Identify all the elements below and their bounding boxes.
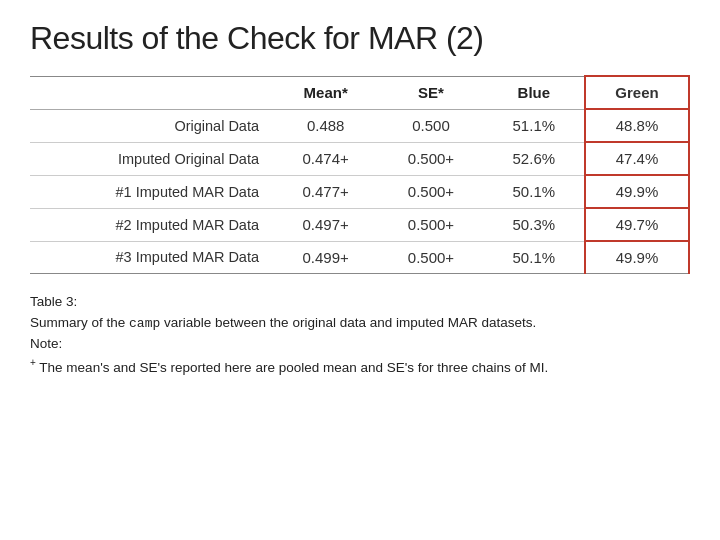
col-header-empty bbox=[30, 76, 273, 109]
table-row: Imputed Original Data 0.474+ 0.500+ 52.6… bbox=[30, 142, 689, 175]
results-table: Mean* SE* Blue Green Original Data 0.488… bbox=[30, 75, 690, 274]
row-se-imputed-original: 0.500+ bbox=[378, 142, 483, 175]
table-row: #3 Imputed MAR Data 0.499+ 0.500+ 50.1% … bbox=[30, 241, 689, 274]
row-se-mar2: 0.500+ bbox=[378, 208, 483, 241]
row-mean-original: 0.488 bbox=[273, 109, 378, 142]
row-label-mar1: #1 Imputed MAR Data bbox=[30, 175, 273, 208]
row-se-mar3: 0.500+ bbox=[378, 241, 483, 274]
row-blue-original: 51.1% bbox=[484, 109, 585, 142]
row-mean-imputed-original: 0.474+ bbox=[273, 142, 378, 175]
row-label-mar2: #2 Imputed MAR Data bbox=[30, 208, 273, 241]
row-blue-mar3: 50.1% bbox=[484, 241, 585, 274]
caption-variable: camp bbox=[129, 316, 160, 331]
row-green-mar2: 49.7% bbox=[585, 208, 689, 241]
table-caption: Table 3: Summary of the camp variable be… bbox=[30, 292, 690, 378]
table-header-row: Mean* SE* Blue Green bbox=[30, 76, 689, 109]
table-row: #1 Imputed MAR Data 0.477+ 0.500+ 50.1% … bbox=[30, 175, 689, 208]
row-se-original: 0.500 bbox=[378, 109, 483, 142]
row-green-mar1: 49.9% bbox=[585, 175, 689, 208]
caption-table-label: Table 3: bbox=[30, 292, 690, 313]
col-header-se: SE* bbox=[378, 76, 483, 109]
row-label-mar3: #3 Imputed MAR Data bbox=[30, 241, 273, 274]
results-table-wrapper: Mean* SE* Blue Green Original Data 0.488… bbox=[30, 75, 690, 274]
table-row: Original Data 0.488 0.500 51.1% 48.8% bbox=[30, 109, 689, 142]
row-label-imputed-original: Imputed Original Data bbox=[30, 142, 273, 175]
page-title: Results of the Check for MAR (2) bbox=[30, 20, 690, 57]
row-label-original: Original Data bbox=[30, 109, 273, 142]
row-mean-mar2: 0.497+ bbox=[273, 208, 378, 241]
caption-summary: Summary of the camp variable between the… bbox=[30, 313, 690, 334]
row-mean-mar3: 0.499+ bbox=[273, 241, 378, 274]
row-green-original: 48.8% bbox=[585, 109, 689, 142]
row-blue-mar1: 50.1% bbox=[484, 175, 585, 208]
row-blue-mar2: 50.3% bbox=[484, 208, 585, 241]
table-row: #2 Imputed MAR Data 0.497+ 0.500+ 50.3% … bbox=[30, 208, 689, 241]
caption-note: Note: bbox=[30, 334, 690, 355]
row-mean-mar1: 0.477+ bbox=[273, 175, 378, 208]
col-header-mean: Mean* bbox=[273, 76, 378, 109]
row-se-mar1: 0.500+ bbox=[378, 175, 483, 208]
row-green-imputed-original: 47.4% bbox=[585, 142, 689, 175]
row-green-mar3: 49.9% bbox=[585, 241, 689, 274]
caption-note-text: + The mean's and SE's reported here are … bbox=[30, 355, 690, 378]
col-header-blue: Blue bbox=[484, 76, 585, 109]
row-blue-imputed-original: 52.6% bbox=[484, 142, 585, 175]
col-header-green: Green bbox=[585, 76, 689, 109]
